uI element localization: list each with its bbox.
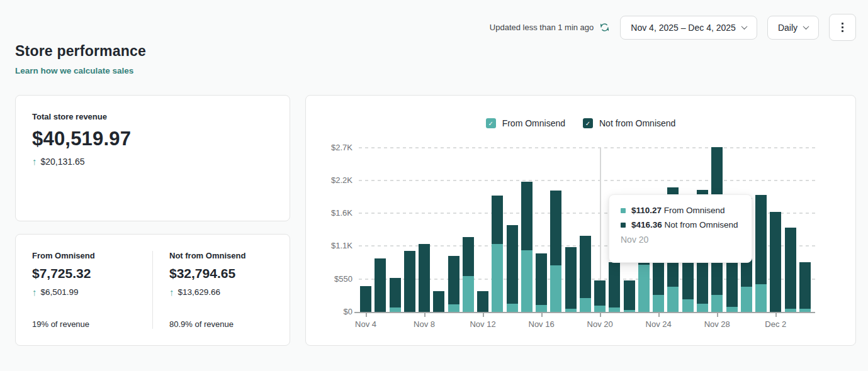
bar-segment-from-omnisend[interactable] [799, 309, 811, 312]
date-range-label: Nov 4, 2025 – Dec 4, 2025 [631, 23, 736, 33]
bar-segment-from-omnisend[interactable] [550, 265, 561, 312]
bar-segment-from-omnisend[interactable] [565, 309, 577, 312]
bar-chart-plot: $0$550$1.1K$1.6K$2.2K$2.7KNov 4Nov 8Nov … [306, 96, 855, 345]
x-axis-tick [424, 313, 426, 317]
bar-segment-not-from-omnisend[interactable] [492, 196, 503, 244]
percent-of-revenue: 19% of revenue [32, 319, 136, 329]
bar-segment-not-from-omnisend[interactable] [594, 280, 606, 306]
bar-segment-from-omnisend[interactable] [594, 306, 606, 312]
bar-segment-not-from-omnisend[interactable] [565, 247, 577, 309]
bar-segment-from-omnisend[interactable] [741, 287, 752, 312]
x-axis-tick [600, 313, 601, 317]
bar-segment-not-from-omnisend[interactable] [609, 262, 620, 307]
bar-segment-not-from-omnisend[interactable] [507, 225, 518, 303]
bar-segment-not-from-omnisend[interactable] [433, 291, 444, 312]
updated-status: Updated less than 1 min ago [490, 22, 611, 33]
percent-of-revenue: 80.9% of revenue [169, 319, 273, 329]
granularity-button[interactable]: Daily [767, 16, 819, 40]
x-axis-tick [541, 313, 543, 317]
x-axis-label: Nov 8 [405, 319, 443, 329]
bar-segment-from-omnisend[interactable] [448, 304, 459, 312]
tooltip-date: Nov 20 [621, 235, 740, 245]
tooltip-series-label: Not from Omnisend [665, 220, 738, 230]
kebab-icon [842, 23, 843, 32]
bar-segment-not-from-omnisend[interactable] [404, 251, 415, 312]
tooltip-row: $416.36 Not from Omnisend [621, 220, 740, 230]
delta-value: $6,501.99 [41, 287, 79, 297]
granularity-label: Daily [778, 23, 798, 33]
bar-segment-from-omnisend[interactable] [624, 310, 635, 312]
bar-segment-not-from-omnisend[interactable] [477, 291, 488, 312]
x-axis-line [354, 312, 815, 313]
bar-segment-not-from-omnisend[interactable] [580, 236, 591, 298]
y-axis-label: $1.6K [321, 208, 352, 218]
bar-segment-from-omnisend[interactable] [521, 250, 533, 312]
tooltip-series-label: From Omnisend [664, 206, 725, 215]
bar-segment-not-from-omnisend[interactable] [536, 253, 547, 305]
x-axis-label: Nov 12 [464, 319, 502, 329]
bar-segment-not-from-omnisend[interactable] [770, 212, 781, 312]
bar-segment-from-omnisend[interactable] [697, 304, 708, 312]
bar-segment-not-from-omnisend[interactable] [550, 191, 561, 265]
bar-segment-not-from-omnisend[interactable] [624, 280, 635, 311]
bar-segment-not-from-omnisend[interactable] [463, 237, 474, 276]
bar-segment-from-omnisend[interactable] [726, 307, 738, 312]
bar-segment-from-omnisend[interactable] [536, 305, 547, 312]
bar-segment-from-omnisend[interactable] [653, 295, 664, 312]
bar-segment-not-from-omnisend[interactable] [785, 228, 796, 309]
bar-segment-from-omnisend[interactable] [785, 309, 796, 312]
bar-segment-not-from-omnisend[interactable] [448, 256, 459, 305]
not-from-omnisend-label: Not from Omnisend [169, 251, 273, 260]
up-arrow-icon: ↑ [32, 156, 37, 167]
tooltip-value: $110.27 [631, 206, 662, 215]
total-revenue-card: Total store revenue $40,519.97 ↑ $20,131… [15, 95, 290, 221]
x-axis-tick [483, 313, 484, 317]
bar-segment-from-omnisend[interactable] [463, 276, 474, 312]
bar-segment-from-omnisend[interactable] [580, 298, 591, 312]
calc-sales-link[interactable]: Learn how we calculate sales [15, 66, 133, 75]
series-swatch-icon [621, 223, 626, 228]
gridline [359, 180, 815, 181]
x-axis-label: Nov 16 [522, 319, 560, 329]
bar-segment-from-omnisend[interactable] [711, 295, 723, 312]
total-revenue-value: $40,519.97 [32, 128, 273, 150]
x-axis-label: Nov 20 [581, 319, 619, 329]
bar-segment-not-from-omnisend[interactable] [375, 258, 386, 312]
date-range-button[interactable]: Nov 4, 2025 – Dec 4, 2025 [620, 16, 757, 40]
from-omnisend-section: From Omnisend $7,725.32 ↑ $6,501.99 19% … [16, 251, 152, 329]
bar-segment-from-omnisend[interactable] [390, 307, 401, 312]
x-axis-tick [717, 313, 718, 317]
from-omnisend-label: From Omnisend [32, 251, 136, 260]
bar-segment-from-omnisend[interactable] [682, 299, 694, 312]
bar-segment-from-omnisend[interactable] [667, 287, 679, 312]
bar-segment-from-omnisend[interactable] [492, 244, 503, 312]
series-swatch-icon [621, 208, 626, 213]
tooltip-value: $416.36 [631, 220, 662, 230]
not-from-omnisend-delta: ↑ $13,629.66 [169, 287, 273, 297]
more-options-button[interactable] [829, 14, 856, 41]
bar-segment-not-from-omnisend[interactable] [521, 182, 533, 250]
chart-tooltip: $110.27 From Omnisend $416.36 Not from O… [609, 194, 752, 263]
gridline [359, 147, 815, 148]
bar-segment-not-from-omnisend[interactable] [419, 244, 430, 312]
bar-segment-from-omnisend[interactable] [638, 265, 650, 312]
x-axis-tick [366, 313, 367, 317]
x-axis-label: Nov 28 [698, 319, 736, 329]
y-axis-label: $2.7K [321, 143, 352, 152]
x-axis-label: Nov 4 [347, 319, 385, 329]
y-axis-label: $2.2K [321, 175, 352, 185]
bar-segment-not-from-omnisend[interactable] [799, 262, 811, 309]
bar-segment-not-from-omnisend[interactable] [755, 195, 767, 284]
revenue-split-card: From Omnisend $7,725.32 ↑ $6,501.99 19% … [15, 234, 290, 346]
y-axis-label: $0 [321, 307, 352, 316]
x-axis-tick [658, 313, 660, 317]
page-header: Store performance Learn how we calculate… [0, 39, 868, 76]
bar-segment-not-from-omnisend[interactable] [390, 278, 401, 307]
chevron-down-icon [741, 23, 747, 30]
bar-segment-from-omnisend[interactable] [507, 304, 518, 312]
bar-segment-from-omnisend[interactable] [755, 284, 767, 312]
y-axis-label: $550 [321, 274, 352, 284]
bar-segment-from-omnisend[interactable] [609, 307, 620, 312]
refresh-icon[interactable] [599, 22, 610, 33]
bar-segment-not-from-omnisend[interactable] [360, 286, 371, 312]
